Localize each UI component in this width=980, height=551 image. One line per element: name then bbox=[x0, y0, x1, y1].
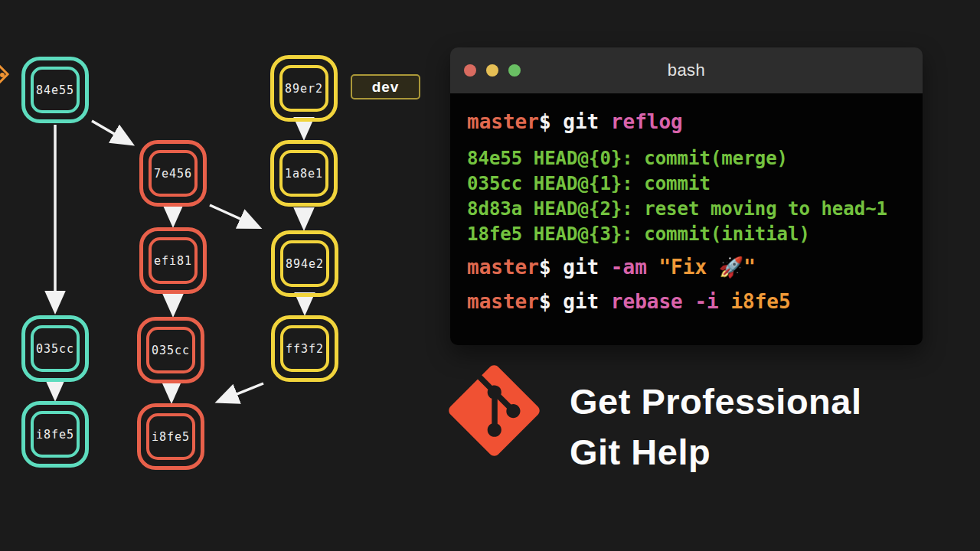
git-flag: -am bbox=[611, 256, 659, 279]
commit-node: 7e456 bbox=[139, 140, 207, 207]
commit-hash: 1a8e1 bbox=[285, 167, 323, 181]
terminal-command-line: master$ git -am "Fix 🚀" bbox=[467, 256, 756, 279]
commit-hash: 84e55 bbox=[36, 83, 74, 97]
terminal-title: bash bbox=[450, 60, 923, 80]
prompt-git: $ git bbox=[539, 256, 611, 279]
terminal-log-line: 035cc HEAD@{1}: commit bbox=[467, 173, 710, 194]
commit-node: 89er2 bbox=[270, 55, 338, 122]
commit-node: 84e55 bbox=[21, 57, 89, 123]
branch-tag-label: dev bbox=[372, 79, 400, 96]
window-controls bbox=[464, 47, 521, 93]
prompt-branch: master bbox=[467, 256, 539, 279]
prompt-branch: master bbox=[467, 290, 539, 313]
prompt-branch: master bbox=[467, 110, 539, 133]
commit-hash: efi81 bbox=[154, 254, 192, 268]
commit-message: "Fix 🚀" bbox=[658, 256, 755, 279]
commit-hash: 035cc bbox=[152, 344, 190, 357]
commit-node: ff3f2 bbox=[271, 315, 338, 382]
commit-node: 894e2 bbox=[271, 230, 338, 297]
terminal-log-line: 18fe5 HEAD@{3}: commit(initial) bbox=[467, 223, 810, 245]
terminal-command-line: master$ git rebase -i i8fe5 bbox=[467, 290, 791, 313]
commit-hash: 89er2 bbox=[285, 82, 323, 96]
commit-hash: i8fe5 bbox=[36, 428, 74, 442]
reflog-entry: 8d83a HEAD@{2}: reset moving to head~1 bbox=[467, 198, 887, 220]
commit-hash: 894e2 bbox=[286, 257, 324, 271]
terminal-titlebar[interactable]: bash bbox=[450, 47, 923, 93]
commit-hash: 7e456 bbox=[154, 167, 192, 181]
commit-node: efi81 bbox=[139, 227, 207, 294]
commit-ref: i8fe5 bbox=[730, 290, 790, 313]
commit-node: 1a8e1 bbox=[270, 140, 338, 207]
reflog-entry: 84e55 HEAD@{0}: commit(merge) bbox=[467, 148, 788, 169]
git-help-promo-screen: { "palette": { "background": "#1b1b1b", … bbox=[0, 0, 980, 551]
git-subcommand: rebase -i bbox=[611, 290, 731, 313]
commit-hash: i8fe5 bbox=[152, 430, 190, 444]
close-window-icon[interactable] bbox=[464, 64, 476, 77]
commit-hash: ff3f2 bbox=[286, 342, 324, 356]
reflog-entry: 035cc HEAD@{1}: commit bbox=[467, 173, 710, 194]
terminal-command-line: master$ git reflog bbox=[467, 110, 683, 133]
terminal-log-line: 84e55 HEAD@{0}: commit(merge) bbox=[467, 148, 788, 169]
edge-decoration-dot-icon bbox=[0, 73, 5, 77]
terminal-window: bash master$ git reflog 84e55 HEAD@{0}: … bbox=[450, 47, 923, 345]
prompt-git: $ git bbox=[539, 290, 611, 313]
git-logo-icon bbox=[446, 363, 542, 458]
commit-node: 035cc bbox=[137, 317, 204, 383]
git-subcommand: reflog bbox=[611, 110, 683, 133]
terminal-output: master$ git reflog 84e55 HEAD@{0}: commi… bbox=[450, 93, 923, 345]
branch-tag-dev: dev bbox=[351, 74, 420, 99]
maximize-window-icon[interactable] bbox=[508, 64, 521, 77]
promo-headline-line2: Git Help bbox=[570, 427, 862, 478]
reflog-entry: 18fe5 HEAD@{3}: commit(initial) bbox=[467, 223, 810, 245]
commit-node: i8fe5 bbox=[137, 403, 204, 470]
promo-headline: Get Professional Git Help bbox=[570, 377, 862, 478]
terminal-log-line: 8d83a HEAD@{2}: reset moving to head~1 bbox=[467, 198, 887, 220]
commit-node: i8fe5 bbox=[21, 401, 89, 468]
promo-headline-line1: Get Professional bbox=[570, 377, 862, 427]
prompt-git: $ git bbox=[539, 110, 611, 133]
commit-node: 035cc bbox=[21, 315, 89, 382]
minimize-window-icon[interactable] bbox=[486, 64, 498, 77]
commit-hash: 035cc bbox=[36, 342, 74, 356]
